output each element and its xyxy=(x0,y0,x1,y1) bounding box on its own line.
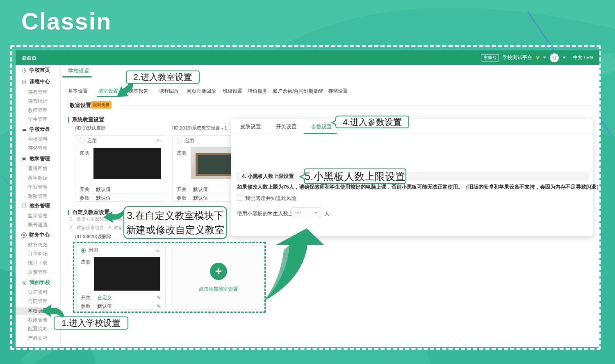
home-icon: ◷ xyxy=(21,67,27,73)
sidebar-item-school-home[interactable]: ◷学校首页 xyxy=(21,66,50,74)
tab-storage-settings[interactable]: 存储设置 xyxy=(328,88,348,95)
callout-step1: 1.进入学校设置 xyxy=(54,316,128,330)
cloud-icon: ☁ xyxy=(21,126,27,132)
switch-value: 默认值 xyxy=(96,186,111,193)
sidebar-item-invoice-manage[interactable]: 发票管理 xyxy=(28,268,48,276)
tab-basic-settings[interactable]: 基本设置 xyxy=(68,88,88,95)
tab-value-added-services[interactable]: 增值服务 xyxy=(248,88,267,95)
skin-preview xyxy=(93,148,161,179)
sidebar-label: 学校首页 xyxy=(30,67,50,74)
sidebar-item-course-manage[interactable]: 课程管理 xyxy=(28,89,48,96)
callout-step5: 5.小黑板人数上限设置 xyxy=(304,168,406,184)
card-id-label: (ID:1)默认皮肤 xyxy=(75,125,106,131)
sidebar-item-homework-manage[interactable]: 作业管理 xyxy=(28,183,48,191)
sidebar-item-school-cloud[interactable]: ☁学校云盘 xyxy=(21,125,50,133)
sidebar-label: 教学管理 xyxy=(30,155,50,162)
panel-tab-skin[interactable]: 皮肤设置 xyxy=(240,123,261,130)
preview-eye-icon[interactable] xyxy=(155,139,162,143)
enable-radio[interactable] xyxy=(80,139,84,143)
callout-text: 5.小黑板人数上限设置 xyxy=(305,170,405,183)
sidebar-item-certification[interactable]: 认证资料 xyxy=(28,289,48,296)
risk-checkbox-label: 我已阅读并知道此风险 xyxy=(245,195,296,202)
sidebar-label: 财务中心 xyxy=(29,232,50,239)
callout-step4: 4.进入参数设置 xyxy=(335,116,409,128)
course-icon: ▤ xyxy=(21,79,27,84)
page-tab-underline xyxy=(62,76,92,77)
callout-tail xyxy=(301,175,305,179)
system-classroom-section-title: 系统教室设置 xyxy=(72,116,104,123)
sidebar-item-lesson-stats[interactable]: 课节统计 xyxy=(28,98,48,105)
parameter-section-title: 4. 小黑板人数上限设置 xyxy=(242,173,294,180)
sidebar-item-teaching-data[interactable]: 教学数据 xyxy=(28,174,48,182)
panel-tab-switch[interactable]: 开关设置 xyxy=(276,123,296,130)
sidebar-item-storage-manage[interactable]: 存储管理 xyxy=(28,144,48,152)
divider xyxy=(118,105,593,106)
param-label: 参数 xyxy=(80,195,96,202)
sidebar-item-school-files[interactable]: 学校资料 xyxy=(28,135,48,143)
parameter-settings-panel: 皮肤设置 开关设置 参数设置 4. 小黑板人数上限设置 如果修改人数上限为75人… xyxy=(231,119,593,237)
page-tab-school-settings[interactable]: 学校设置 xyxy=(68,67,89,75)
sidebar-item-live-replay[interactable]: 直播回放 xyxy=(28,165,48,172)
language-switch[interactable]: 中文 / EN xyxy=(573,55,593,61)
sidebar-item-student-manage[interactable]: 学生管理 xyxy=(28,116,48,123)
switch-label: 开关 xyxy=(177,186,193,193)
card-id-label: (ID:63629)误删除 xyxy=(75,234,112,240)
sidebar-item-stats-download[interactable]: 统计下载 xyxy=(28,259,48,266)
active-panel-tab-underline xyxy=(304,133,337,134)
student-limit-value: 50 xyxy=(295,210,301,216)
sidebar-item-teaching-manage[interactable]: ▣教学管理 xyxy=(21,155,50,162)
sidebar-item-finance-overview[interactable]: 财务总览 xyxy=(28,241,48,248)
student-limit-select[interactable]: 50 xyxy=(292,207,321,218)
enable-radio[interactable] xyxy=(177,139,182,143)
sidebar-item-account-lookup[interactable]: 账号速查 xyxy=(28,221,48,228)
master-account-badge: 主账号 xyxy=(481,54,499,61)
classroom-settings-title: 教室设置 xyxy=(70,102,91,109)
switch-value: 默认值 xyxy=(193,186,208,193)
system-classroom-card-1: 启用 皮肤 开关默认值 参数默认值 xyxy=(75,135,166,202)
switch-label: 开关 xyxy=(80,186,96,193)
sidebar-item-academic-manage[interactable]: ❐教务管理 xyxy=(21,202,50,209)
callout-text: 4.进入参数设置 xyxy=(343,116,402,128)
sidebar-item-course-center[interactable]: ▤课程中心 xyxy=(21,78,50,85)
chevron-down-icon[interactable] xyxy=(563,57,566,59)
big-curved-arrow-icon xyxy=(257,225,333,305)
my-school-icon: ◎ xyxy=(21,280,27,285)
callout-step2: 2.进入教室设置 xyxy=(126,71,200,84)
blackboard-warning-text: 如果修改人数上限为75人，请确保教师和学生使用较好的电脑上课，否则小黑板可能无法… xyxy=(237,184,601,191)
student-limit-label: 使用小黑板的学生人数上限 xyxy=(237,210,298,217)
avatar[interactable] xyxy=(550,53,559,62)
chevron-down-icon[interactable] xyxy=(543,57,546,59)
sidebar-item-finance-center[interactable]: ¥财务中心 xyxy=(21,231,50,239)
sidebar-item-teacher-manage[interactable]: 教师管理 xyxy=(28,107,48,114)
skin-label: 皮肤 xyxy=(177,150,187,157)
sidebar-item-product-docs[interactable]: 产品文档 xyxy=(28,334,48,342)
tab-web-live-replay[interactable]: 网页直播回放 xyxy=(187,88,216,95)
chevron-down-icon xyxy=(314,212,317,214)
enable-label: 启用 xyxy=(87,137,97,144)
teaching-icon: ▣ xyxy=(21,156,27,162)
avatar-face-icon xyxy=(551,54,558,61)
tab-course-replay[interactable]: 课程回放 xyxy=(159,88,179,95)
sidebar-label: 学校云盘 xyxy=(30,126,50,133)
limited-free-badge: 限时免费 xyxy=(91,101,112,109)
panel-tab-parameters[interactable]: 参数设置 xyxy=(311,123,332,130)
sidebar-item-quiz-manage[interactable]: 测验管理 xyxy=(28,193,48,200)
param-label: 参数 xyxy=(177,195,193,202)
classin-logo: Classin xyxy=(21,7,112,35)
callout-tail xyxy=(333,121,337,125)
callout-text: 3.在自定义教室模块下 xyxy=(127,208,223,223)
callout-step3: 3.在自定义教室模块下 新建或修改自定义教室 xyxy=(123,206,227,239)
callout-text: 1.进入学校设置 xyxy=(61,317,121,329)
section-accent-bar xyxy=(68,210,69,215)
tutorial-canvas: Classin eeo 主账号 学校测试平台 V 中文 / EN ◷学校首页 ▤… xyxy=(0,0,615,364)
sidebar-item-my-school[interactable]: ◎我的学校 xyxy=(21,279,50,286)
sidebar-item-config-notes[interactable]: 配置说明 xyxy=(28,325,48,332)
sidebar-item-class-monitor[interactable]: 监课管理 xyxy=(28,212,48,219)
risk-checkbox[interactable] xyxy=(237,196,242,201)
sidebar-label: 课程中心 xyxy=(30,78,50,85)
platform-name[interactable]: 学校测试平台 xyxy=(503,54,532,61)
sidebar-item-order-detail[interactable]: 订单明细 xyxy=(28,250,48,257)
tab-class-group-settings[interactable]: 班级设置 xyxy=(223,88,242,95)
academic-icon: ❐ xyxy=(21,203,27,209)
tab-balance-contract-reminder[interactable]: 账户余额/合同到期提醒 xyxy=(273,88,323,95)
